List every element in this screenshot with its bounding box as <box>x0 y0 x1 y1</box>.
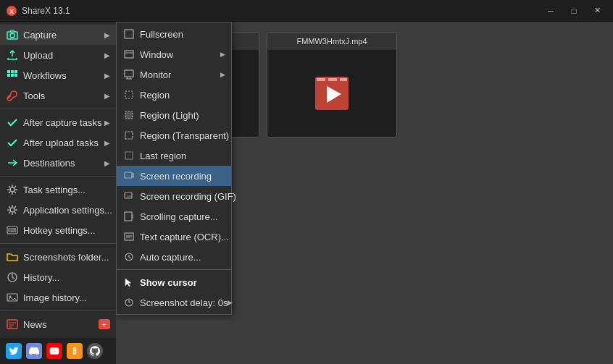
cursor-icon <box>122 276 135 289</box>
sidebar: Capture ▶ Upload ▶ Workflows <box>0 22 116 364</box>
close-button[interactable]: ✕ <box>587 4 607 18</box>
menu-region-transparent[interactable]: Region (Transparent) <box>117 125 231 145</box>
maximize-button[interactable]: □ <box>564 4 584 18</box>
menu-screen-recording-gif[interactable]: GIF Screen recording (GIF) <box>117 186 231 206</box>
github-icon[interactable] <box>87 343 103 359</box>
main-container: Capture ▶ Upload ▶ Workflows <box>0 22 613 364</box>
sidebar-task-settings-label: Task settings... <box>23 185 110 195</box>
menu-show-cursor[interactable]: Show cursor <box>117 272 231 292</box>
destinations-icon <box>6 156 19 169</box>
image-history-icon <box>6 291 19 304</box>
delay-arrow: ▶ <box>228 299 233 306</box>
monitor-arrow: ▶ <box>220 71 225 78</box>
svg-rect-37 <box>125 111 133 119</box>
sidebar-item-destinations[interactable]: Destinations ▶ <box>0 153 116 173</box>
menu-scrolling-capture-label: Scrolling capture... <box>140 211 225 222</box>
menu-region[interactable]: Region <box>117 85 231 105</box>
youtube-icon[interactable] <box>46 343 62 359</box>
titlebar-left: X ShareX 13.1 <box>6 5 70 17</box>
task-settings-icon <box>6 183 19 196</box>
menu-screenshot-delay[interactable]: Screenshot delay: 0s ▶ <box>117 292 231 313</box>
sidebar-item-upload[interactable]: Upload ▶ <box>0 45 116 65</box>
menu-scrolling-capture[interactable]: Scrolling capture... <box>117 206 231 227</box>
sidebar-item-after-upload[interactable]: After upload tasks ▶ <box>0 132 116 153</box>
menu-screen-recording-label: Screen recording <box>140 171 225 182</box>
bitcoin-icon[interactable]: ₿ <box>67 343 83 359</box>
sidebar-workflows-label: Workflows <box>23 70 104 81</box>
sidebar-item-app-settings[interactable]: Application settings... <box>0 200 116 220</box>
sidebar-item-tools[interactable]: Tools ▶ <box>0 85 116 106</box>
svg-rect-44 <box>125 233 133 240</box>
svg-rect-35 <box>125 70 133 77</box>
svg-text:X: X <box>9 8 14 15</box>
social-bar: ₿ <box>0 338 116 364</box>
sidebar-app-settings-label: Application settings... <box>23 205 112 216</box>
sidebar-image-history-label: Image history... <box>23 292 110 303</box>
workflows-arrow: ▶ <box>104 72 110 80</box>
menu-monitor-label: Monitor <box>140 69 220 80</box>
sidebar-upload-label: Upload <box>23 50 104 61</box>
twitter-icon[interactable] <box>6 343 22 359</box>
upload-icon <box>6 48 19 62</box>
sidebar-item-after-capture[interactable]: After capture tasks ▶ <box>0 112 116 132</box>
svg-rect-4 <box>7 70 10 73</box>
news-icon <box>6 318 19 331</box>
menu-last-region-label: Last region <box>140 151 225 161</box>
sidebar-hotkey-label: Hotkey settings... <box>23 225 110 236</box>
window-icon <box>122 48 135 61</box>
menu-auto-capture[interactable]: Auto capture... <box>117 247 231 267</box>
menu-text-capture[interactable]: Text capture (OCR)... <box>117 227 231 247</box>
capture-submenu: Fullscreen Window ▶ Monitor ▶ <box>116 22 232 315</box>
divider-2 <box>0 176 116 177</box>
camera-icon <box>6 28 19 41</box>
dropdown-container: Fullscreen Window ▶ Monitor ▶ <box>116 22 232 315</box>
app-settings-icon <box>6 203 19 216</box>
sidebar-item-news[interactable]: News + <box>0 314 116 334</box>
sidebar-item-image-history[interactable]: Image history... <box>0 287 116 308</box>
sidebar-item-task-settings[interactable]: Task settings... <box>0 179 116 200</box>
svg-rect-29 <box>317 78 325 81</box>
after-capture-arrow: ▶ <box>104 119 110 127</box>
svg-point-3 <box>10 33 14 38</box>
divider-4 <box>0 310 116 311</box>
after-upload-arrow: ▶ <box>104 139 110 147</box>
discord-icon[interactable] <box>26 343 42 359</box>
thumb-title-2: FMMW3HmtxJ.mp4 <box>267 33 396 50</box>
app-icon: X <box>6 5 17 17</box>
svg-rect-40 <box>125 172 132 178</box>
sidebar-after-upload-label: After upload tasks <box>23 137 104 148</box>
sidebar-screenshots-label: Screenshots folder... <box>23 252 110 263</box>
svg-rect-38 <box>125 132 133 139</box>
workflows-icon <box>6 69 19 82</box>
svg-rect-9 <box>14 74 17 77</box>
minimize-button[interactable]: ─ <box>541 4 561 18</box>
video-icon-2 <box>310 72 354 115</box>
menu-screen-recording[interactable]: Screen recording <box>117 166 231 186</box>
menu-fullscreen[interactable]: Fullscreen <box>117 24 231 44</box>
sidebar-item-capture[interactable]: Capture ▶ <box>0 25 116 45</box>
upload-arrow: ▶ <box>104 51 110 59</box>
menu-monitor[interactable]: Monitor ▶ <box>117 64 231 85</box>
last-region-icon <box>122 149 135 162</box>
sidebar-item-hotkey-settings[interactable]: ⌨ Hotkey settings... <box>0 220 116 240</box>
svg-text:GIF: GIF <box>127 195 132 198</box>
sidebar-item-history[interactable]: History... <box>0 267 116 287</box>
auto-capture-icon <box>122 250 135 263</box>
menu-last-region[interactable]: Last region <box>117 145 231 166</box>
capture-arrow: ▶ <box>104 31 110 39</box>
menu-divider-1 <box>117 269 231 270</box>
menu-region-light-label: Region (Light) <box>140 110 225 121</box>
sidebar-item-workflows[interactable]: Workflows ▶ <box>0 65 116 85</box>
menu-window[interactable]: Window ▶ <box>117 44 231 64</box>
menu-window-label: Window <box>140 49 220 60</box>
svg-text:⌨: ⌨ <box>8 227 17 234</box>
sidebar-after-capture-label: After capture tasks <box>23 117 104 128</box>
tools-icon <box>6 89 19 102</box>
menu-region-light[interactable]: Region (Light) <box>117 105 231 125</box>
window-arrow: ▶ <box>220 51 225 58</box>
window-controls[interactable]: ─ □ ✕ <box>541 4 607 18</box>
svg-rect-36 <box>125 91 133 98</box>
svg-rect-7 <box>7 74 10 77</box>
sidebar-item-screenshots[interactable]: Screenshots folder... <box>0 247 116 267</box>
svg-rect-8 <box>11 74 14 77</box>
